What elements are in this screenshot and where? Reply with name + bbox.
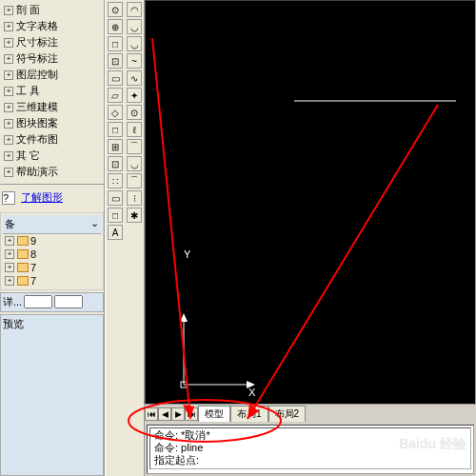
folder-icon [17, 249, 29, 259]
menu-label: 剖 面 [16, 3, 40, 17]
tool-button[interactable]: □ [108, 36, 123, 51]
help-link[interactable]: 了解图形 [21, 190, 63, 205]
tool-button[interactable]: ⊡ [108, 53, 123, 69]
tab-next-arrow[interactable]: ▶ [171, 407, 185, 421]
folder-label: 9 [30, 235, 36, 247]
tab-model[interactable]: 模型 [198, 406, 230, 422]
tab-layout2[interactable]: 布局2 [268, 406, 307, 422]
toolbar-col-1: ⊙ ⊕ □ ⊡ ▭ ▱ ◇ □ ⊞ ⊡ ∷ ▭ □ A [106, 0, 125, 476]
plus-icon: + [4, 22, 13, 31]
plus-icon: + [4, 103, 13, 112]
tool-button[interactable]: ⊡ [108, 156, 123, 171]
plus-icon: + [5, 263, 14, 272]
tool-button[interactable]: ▭ [108, 70, 123, 86]
menu-label: 符号标注 [16, 51, 58, 66]
menu-item[interactable]: +符号标注 [2, 50, 102, 67]
plus-icon: + [4, 54, 13, 64]
folder-icon [17, 276, 29, 286]
plus-icon: + [4, 119, 13, 129]
detail-panel: 详... [0, 292, 104, 312]
cmd-line: 指定起点: [154, 454, 466, 466]
toolbar-col-2: ◠ ◡ ◡ ~ ∿ ✦ ⊙ ℓ ⌒ ◡ ⌒ ⁝ ✱ [125, 0, 144, 476]
menu-label: 文件布图 [16, 132, 58, 147]
detail-label: 详... [3, 295, 22, 309]
folder-item[interactable]: +7 [3, 274, 101, 288]
drawn-line [294, 96, 456, 106]
tool-button[interactable]: ◡ [127, 36, 142, 51]
tool-button[interactable]: ◇ [108, 105, 123, 120]
folder-item[interactable]: +7 [3, 261, 101, 274]
tool-button[interactable]: □ [108, 122, 123, 137]
folder-icon [17, 236, 29, 246]
plus-icon: + [4, 151, 13, 161]
menu-label: 三维建模 [16, 100, 58, 114]
tab-first-arrow[interactable]: ⏮ [145, 407, 158, 421]
folder-header: 备 ⌄ [3, 215, 101, 234]
help-icon: ? [2, 191, 15, 205]
menu-label: 文字表格 [16, 19, 58, 33]
menu-item[interactable]: +文件布图 [2, 131, 102, 148]
tool-button[interactable]: ⊙ [127, 105, 142, 120]
tool-button[interactable]: ◠ [127, 2, 142, 17]
cmd-line: 命令: *取消* [154, 429, 466, 442]
menu-item[interactable]: +文字表格 [2, 18, 102, 34]
tab-layout1[interactable]: 布局1 [230, 406, 268, 422]
tool-button[interactable]: ✦ [127, 88, 142, 103]
menu-item[interactable]: +工 具 [2, 83, 102, 99]
tool-button[interactable]: ⌒ [127, 173, 142, 188]
command-text-area[interactable]: 命令: *取消* 命令: pline 指定起点: [149, 427, 471, 469]
tool-button[interactable]: ℓ [127, 122, 142, 137]
tool-button[interactable]: ∷ [108, 173, 123, 188]
tool-button[interactable]: □ [108, 208, 123, 223]
tab-last-arrow[interactable]: ⏭ [185, 407, 198, 421]
menu-item[interactable]: +三维建模 [2, 99, 102, 115]
menu-label: 尺寸标注 [16, 35, 58, 50]
preview-label: 预览 [3, 318, 24, 329]
menu-label: 帮助演示 [16, 165, 58, 179]
text-tool-button[interactable]: A [108, 225, 123, 240]
menu-item[interactable]: +剖 面 [2, 2, 102, 18]
tool-button[interactable]: ◡ [127, 19, 142, 34]
menu-item[interactable]: +图层控制 [2, 67, 102, 83]
folder-item[interactable]: +8 [3, 248, 101, 261]
menu-label: 图层控制 [16, 68, 58, 82]
drawing-canvas[interactable]: Y X [145, 0, 476, 405]
folder-label: 7 [30, 275, 36, 287]
layout-tabs: ⏮ ◀ ▶ ⏭ 模型 布局1 布局2 [145, 405, 476, 423]
chevron-icon[interactable]: ⌄ [90, 217, 99, 231]
help-link-panel: ? 了解图形 [0, 187, 104, 208]
svg-marker-1 [180, 313, 188, 322]
y-axis-label: Y [184, 248, 190, 260]
tool-button[interactable]: ⊞ [108, 139, 123, 154]
tool-button[interactable]: ▱ [108, 88, 123, 103]
tool-button[interactable]: ⊕ [108, 19, 123, 34]
detail-input-2[interactable] [54, 295, 83, 308]
detail-input-1[interactable] [24, 295, 52, 308]
menu-item[interactable]: +帮助演示 [2, 164, 102, 180]
tool-button[interactable]: ⊙ [108, 2, 123, 17]
plus-icon: + [4, 38, 13, 48]
plus-icon: + [4, 70, 13, 80]
tool-button[interactable]: ⌒ [127, 139, 142, 154]
x-axis-label: X [248, 387, 255, 398]
plus-icon: + [4, 168, 13, 177]
folder-item[interactable]: +9 [3, 234, 101, 248]
tool-button[interactable]: ✱ [127, 208, 142, 223]
plus-icon: + [4, 135, 13, 145]
tool-button[interactable]: ~ [127, 53, 142, 69]
folder-title: 备 [5, 217, 15, 231]
tool-button[interactable]: ▭ [108, 190, 123, 206]
menu-label: 其 它 [16, 149, 40, 163]
menu-label: 图块图案 [16, 116, 58, 130]
tool-button[interactable]: ⁝ [127, 190, 142, 206]
tab-prev-arrow[interactable]: ◀ [158, 407, 171, 421]
tool-button[interactable]: ∿ [127, 70, 142, 86]
tool-button[interactable]: ◡ [127, 156, 142, 171]
menu-item[interactable]: +尺寸标注 [2, 34, 102, 50]
menu-item[interactable]: +图块图案 [2, 115, 102, 131]
menu-label: 工 具 [16, 84, 40, 98]
menu-item[interactable]: +其 它 [2, 148, 102, 164]
folder-label: 7 [30, 262, 36, 273]
plus-icon: + [4, 87, 13, 96]
plus-icon: + [4, 6, 13, 15]
